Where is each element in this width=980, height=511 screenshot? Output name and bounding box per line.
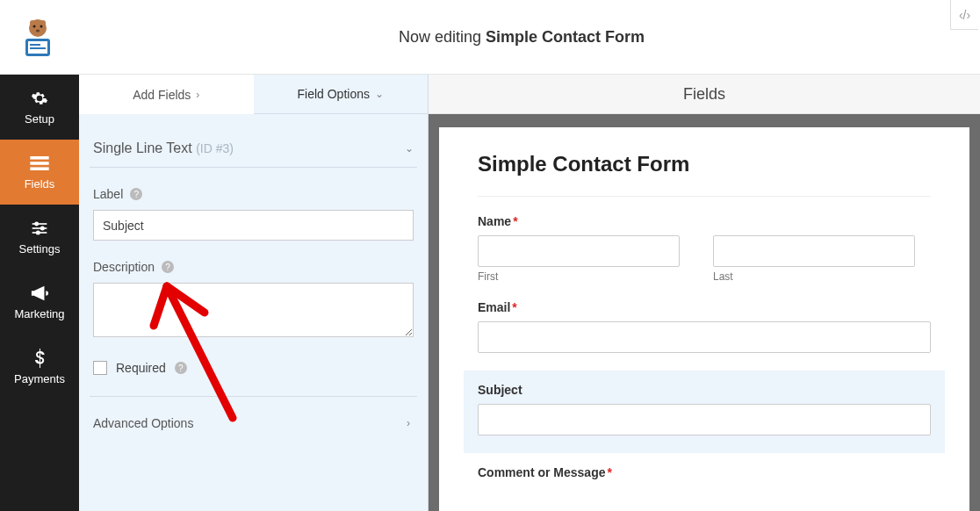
subject-input[interactable]	[478, 404, 931, 435]
svg-rect-10	[30, 156, 48, 160]
preview-section-title: Fields	[429, 75, 980, 114]
form-field-email[interactable]: Email*	[478, 300, 931, 353]
sidebar-item-label: Fields	[25, 177, 55, 191]
description-caption: Description	[93, 260, 155, 274]
left-sidebar: Setup Fields Settings Marketing Payments	[0, 75, 79, 511]
field-label: Name	[478, 214, 511, 228]
advanced-caption: Advanced Options	[93, 416, 193, 430]
sidebar-item-fields[interactable]: Fields	[0, 140, 79, 205]
svg-point-14	[35, 222, 38, 225]
embed-code-button[interactable]: ‹/›	[950, 0, 978, 30]
field-label: Comment or Message	[478, 465, 605, 479]
svg-rect-11	[30, 162, 48, 165]
email-input[interactable]	[478, 321, 931, 353]
field-options-panel: Add Fields › Field Options ⌄ Single Line…	[79, 75, 429, 511]
code-icon: ‹/›	[959, 8, 970, 22]
sidebar-item-marketing[interactable]: Marketing	[0, 270, 79, 335]
field-header[interactable]: Single Line Text (ID #3) ⌄	[90, 135, 417, 168]
form-field-name[interactable]: Name* First Last	[478, 214, 931, 283]
bullhorn-icon	[30, 284, 49, 303]
svg-point-3	[33, 25, 36, 28]
help-icon[interactable]: ?	[130, 188, 142, 200]
dollar-icon	[30, 349, 49, 368]
sidebar-item-payments[interactable]: Payments	[0, 335, 79, 399]
help-icon[interactable]: ?	[162, 261, 174, 273]
required-caption: Required	[116, 361, 166, 375]
svg-point-4	[40, 25, 43, 28]
advanced-options-toggle[interactable]: Advanced Options ›	[90, 397, 417, 441]
sidebar-item-label: Settings	[19, 242, 61, 256]
last-name-input[interactable]	[713, 235, 915, 267]
sidebar-item-label: Marketing	[14, 307, 64, 320]
first-sublabel: First	[478, 270, 695, 283]
form-name: Simple Contact Form	[486, 28, 645, 46]
chevron-right-icon: ›	[407, 417, 410, 429]
chevron-right-icon: ›	[196, 89, 199, 101]
preview-area: Fields Simple Contact Form Name* First	[429, 75, 980, 511]
tab-field-options[interactable]: Field Options ⌄	[254, 75, 429, 114]
sidebar-item-label: Payments	[14, 372, 65, 385]
svg-rect-12	[30, 167, 48, 170]
form-preview-card: Simple Contact Form Name* First Last	[439, 127, 969, 511]
sidebar-item-settings[interactable]: Settings	[0, 205, 79, 270]
sidebar-item-setup[interactable]: Setup	[0, 75, 79, 140]
tab-label: Add Fields	[133, 88, 191, 102]
required-asterisk: *	[512, 300, 516, 314]
svg-rect-8	[30, 44, 40, 46]
required-asterisk: *	[607, 465, 611, 479]
gear-icon	[30, 89, 49, 108]
first-name-input[interactable]	[478, 235, 680, 267]
field-id-label: (ID #3)	[196, 141, 234, 155]
sidebar-item-label: Setup	[25, 112, 54, 126]
svg-rect-9	[30, 47, 46, 49]
last-sublabel: Last	[713, 270, 931, 283]
form-icon	[30, 154, 49, 173]
page-title: Now editing Simple Contact Form	[63, 28, 980, 47]
required-asterisk: *	[513, 214, 517, 228]
svg-point-2	[40, 20, 46, 25]
field-label: Subject	[478, 383, 522, 397]
chevron-down-icon: ⌄	[405, 142, 414, 155]
sliders-icon	[30, 219, 49, 238]
required-checkbox[interactable]	[93, 361, 107, 375]
form-preview-title: Simple Contact Form	[478, 152, 931, 197]
tab-label: Field Options	[298, 87, 370, 101]
svg-point-5	[36, 29, 40, 32]
form-field-comment[interactable]: Comment or Message*	[478, 465, 931, 479]
top-bar: Now editing Simple Contact Form ‹/›	[0, 0, 980, 75]
label-caption: Label	[93, 187, 123, 201]
editing-prefix: Now editing	[399, 28, 481, 46]
help-icon[interactable]: ?	[175, 362, 187, 374]
wpforms-logo	[12, 11, 63, 62]
form-field-subject[interactable]: Subject	[464, 371, 945, 453]
label-input[interactable]	[93, 210, 414, 241]
panel-tabs: Add Fields › Field Options ⌄	[79, 75, 428, 114]
field-type-label: Single Line Text	[93, 140, 192, 155]
svg-point-16	[41, 227, 44, 229]
description-textarea[interactable]	[93, 283, 414, 337]
field-label: Email	[478, 300, 510, 314]
svg-point-1	[30, 20, 35, 25]
tab-add-fields[interactable]: Add Fields ›	[79, 75, 254, 114]
chevron-down-icon: ⌄	[375, 88, 384, 100]
svg-point-18	[37, 231, 40, 234]
